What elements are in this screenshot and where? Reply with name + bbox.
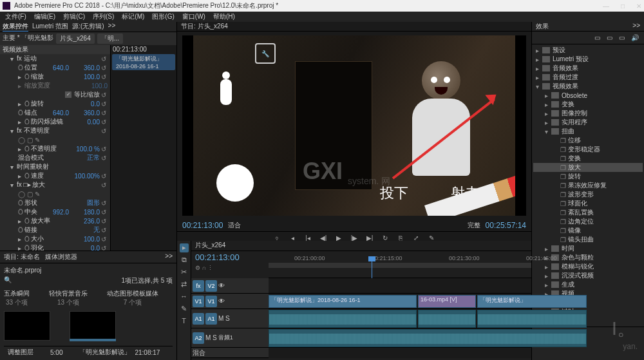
timeline-content[interactable]: 「明光魅影解说」2018-08-26 16-1 16-03.mp4 [V] 「明…: [269, 278, 531, 358]
tab-media-browser[interactable]: 媒体浏览器: [45, 252, 77, 261]
tab-project[interactable]: 项目: 未命名: [4, 252, 40, 261]
timeline-tab[interactable]: 片头_x264: [195, 241, 225, 251]
effect-item[interactable]: ❐镜像: [533, 226, 643, 235]
effect-item[interactable]: ❐波形变形: [533, 190, 643, 199]
size-value[interactable]: 100.0: [71, 236, 100, 243]
minimize-button[interactable]: —: [603, 3, 609, 10]
fit-dropdown[interactable]: 适合: [228, 221, 241, 230]
effect-item[interactable]: ❐球面化: [533, 199, 643, 208]
position-y[interactable]: 360.0: [71, 64, 100, 71]
effect-item[interactable]: ❐变换: [533, 154, 643, 163]
fx-audio-icon[interactable]: 🔊: [631, 34, 639, 41]
fx-badge-icon[interactable]: ▭: [619, 34, 625, 41]
video-clip[interactable]: 16-03.mp4 [V]: [418, 295, 476, 308]
magnification-value[interactable]: 236.0: [71, 218, 100, 225]
resolution-dropdown[interactable]: 完整: [468, 221, 480, 230]
center-y[interactable]: 180.0: [71, 209, 100, 216]
blend-value[interactable]: 正常: [71, 153, 100, 162]
menu-window[interactable]: 窗口(W): [182, 12, 205, 21]
project-tabs-overflow[interactable]: >>: [165, 252, 173, 261]
anchor-y[interactable]: 360.0: [71, 109, 100, 117]
anchor-x[interactable]: 640.0: [41, 109, 69, 117]
effect-item[interactable]: ❐紊乱置换: [533, 208, 643, 217]
menu-help[interactable]: 帮助(H): [213, 12, 235, 21]
bin-item[interactable]: 动态图形模板媒体 7 个项: [107, 289, 158, 307]
effect-item[interactable]: ❐变形稳定器: [533, 145, 643, 154]
track-header-a2[interactable]: A2M S音频1: [191, 328, 269, 348]
menu-sequence[interactable]: 序列(S): [93, 12, 114, 21]
tab-lumetri-scopes[interactable]: Lumetri 范围: [32, 22, 68, 32]
bin-item[interactable]: 五杀瞬间 33 个项: [4, 289, 30, 307]
menu-clip[interactable]: 剪辑(C): [63, 12, 85, 21]
speed-value[interactable]: 100.00%: [71, 173, 100, 180]
video-clip[interactable]: 「明光魅影解说」: [477, 295, 587, 308]
effect-folder[interactable]: ▸音频过渡: [533, 73, 643, 82]
opacity-value[interactable]: 100.0 %: [71, 146, 100, 153]
tab-effects[interactable]: 效果: [536, 22, 549, 31]
effects-overflow[interactable]: >>: [632, 22, 640, 31]
menu-file[interactable]: 文件(F): [5, 12, 26, 21]
bin-item[interactable]: 轻快背景音乐 13 个项: [49, 289, 88, 307]
position-x[interactable]: 640.0: [41, 64, 69, 71]
audio-clip[interactable]: [269, 310, 417, 328]
menu-graphics[interactable]: 图形(G): [152, 12, 174, 21]
effect-folder[interactable]: ▸音频效果: [533, 64, 643, 73]
timeline-timecode[interactable]: 00:21:13:00: [195, 252, 265, 262]
track-header-a1[interactable]: A1A1M S: [191, 309, 269, 328]
effect-item[interactable]: ❐果冻效应修复: [533, 181, 643, 190]
ec-clip-chip[interactable]: 片头_x264: [56, 33, 94, 44]
effect-item[interactable]: ❐位移: [533, 136, 643, 145]
center-x[interactable]: 992.0: [41, 209, 69, 216]
effect-folder[interactable]: ▸模糊与锐化: [533, 262, 643, 271]
motion-section[interactable]: fx 运动: [17, 54, 100, 63]
time-ruler[interactable]: 00:21:00:00 00:21:15:00 00:21:30:00 00:2…: [269, 251, 531, 278]
tabs-overflow[interactable]: >>: [108, 22, 116, 32]
razor-tool[interactable]: ✂: [180, 268, 189, 277]
effect-item[interactable]: ❐旋转: [533, 172, 643, 181]
audio-clip[interactable]: [269, 329, 587, 347]
fx-badge-icon[interactable]: ▭: [594, 34, 600, 41]
tab-program[interactable]: 节目: 片头_x264: [181, 22, 228, 31]
search-icon[interactable]: 🔍: [4, 276, 12, 285]
close-button[interactable]: ✕: [636, 3, 641, 10]
effect-folder[interactable]: ▾视频效果: [533, 82, 643, 91]
fx-badge-icon[interactable]: ▭: [607, 34, 612, 41]
type-tool[interactable]: T: [180, 317, 189, 326]
ec-clip-chip2[interactable]: 「明...: [97, 33, 123, 44]
track-select-tool[interactable]: ⧉: [180, 256, 189, 265]
ec-mini-clip[interactable]: 「明光魅影解说」2018-08-26 16-1: [112, 54, 175, 70]
slip-tool[interactable]: ⇄: [180, 280, 189, 289]
antiflicker-value[interactable]: 0.00: [71, 118, 100, 126]
opacity-section[interactable]: fx 不透明度: [17, 126, 100, 135]
audio-clip[interactable]: [477, 310, 587, 328]
selection-tool[interactable]: ▸: [180, 243, 189, 252]
maximize-button[interactable]: □: [621, 3, 625, 10]
program-timecode[interactable]: 00:21:13:00: [182, 221, 223, 230]
effect-item[interactable]: ❐边角定位: [533, 217, 643, 226]
effect-folder[interactable]: ▸Lumetri 预设: [533, 55, 643, 64]
feather-value[interactable]: 0.0: [71, 245, 100, 251]
effect-folder[interactable]: ▸Obsolete: [533, 91, 643, 100]
track-header-v2[interactable]: fxV2👁: [191, 278, 269, 294]
effect-folder[interactable]: ▸沉浸式视频: [533, 271, 643, 280]
timeremap-section[interactable]: 时间重映射: [17, 162, 108, 171]
program-monitor[interactable]: 🔧 投下 射击 GXI system. 网: [182, 35, 526, 216]
pen-tool[interactable]: ↔: [180, 292, 189, 301]
link-value[interactable]: 无: [71, 225, 100, 234]
tab-effect-controls[interactable]: 效果控件: [3, 22, 28, 32]
effect-folder[interactable]: ▸预设: [533, 46, 643, 55]
track-header-v1[interactable]: V1V1👁: [191, 294, 269, 309]
timeline-opts[interactable]: ⚙ ∩ ⋮: [195, 265, 265, 271]
effect-folder[interactable]: ▸实用程序: [533, 118, 643, 127]
scale-value[interactable]: 100.0: [71, 73, 100, 81]
tab-source[interactable]: 源:(无剪辑): [72, 22, 104, 32]
hand-tool[interactable]: ✎: [180, 305, 189, 314]
effect-folder[interactable]: ▸生成: [533, 280, 643, 289]
menu-edit[interactable]: 编辑(E): [34, 12, 55, 21]
audio-clip[interactable]: [418, 310, 476, 328]
effect-folder[interactable]: ▸图像控制: [533, 109, 643, 118]
effect-folder[interactable]: ▾扭曲: [533, 127, 643, 136]
uniform-scale-checkbox[interactable]: [65, 91, 71, 98]
effect-folder[interactable]: ▸变换: [533, 100, 643, 109]
clip-thumb[interactable]: [4, 311, 50, 342]
